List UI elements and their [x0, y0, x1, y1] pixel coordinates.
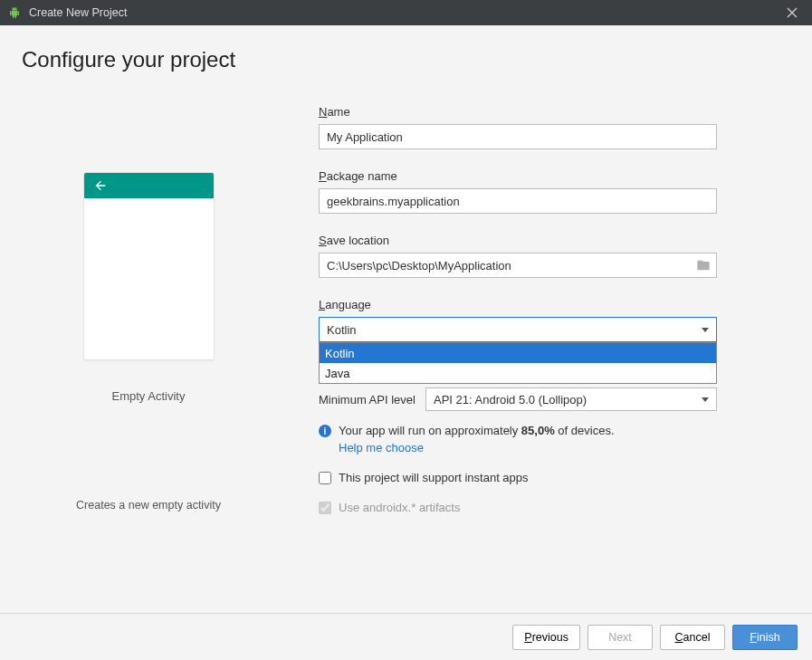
info-icon: i [319, 425, 331, 437]
instant-apps-checkbox[interactable] [319, 472, 331, 484]
save-location-label: Save location [319, 234, 790, 247]
next-button: Next [588, 625, 653, 650]
back-arrow-icon [93, 178, 108, 193]
name-block: Name [319, 105, 790, 149]
template-preview-card [83, 172, 215, 360]
chevron-down-icon [702, 397, 709, 402]
cancel-button[interactable]: Cancel [660, 625, 725, 650]
save-location-input[interactable] [319, 253, 717, 278]
name-input[interactable] [319, 124, 717, 149]
android-icon [7, 5, 22, 20]
androidx-row: Use androidx.* artifacts [319, 501, 790, 514]
language-option-java[interactable]: Java [320, 363, 716, 383]
package-block: Package name [319, 169, 790, 214]
preview-appbar [84, 173, 214, 198]
template-description: Creates a new empty activity [76, 499, 221, 512]
browse-folder-icon[interactable] [695, 258, 712, 273]
close-button[interactable] [779, 0, 805, 25]
language-option-kotlin[interactable]: Kotlin [320, 343, 716, 363]
help-me-choose-link[interactable]: Help me choose [339, 441, 424, 454]
min-api-label: Minimum API level [319, 393, 418, 407]
androidx-checkbox [319, 502, 331, 514]
instant-apps-label: This project will support instant apps [339, 471, 529, 484]
chevron-down-icon [702, 328, 709, 332]
device-coverage-text: Your app will run on approximately 85,0%… [339, 424, 615, 437]
name-label: Name [319, 105, 790, 119]
language-block: Language Kotlin Kotlin Java [319, 298, 790, 342]
package-label: Package name [319, 169, 790, 183]
min-api-value: API 21: Android 5.0 (Lollipop) [434, 393, 587, 407]
form-column: Name Package name Save location Language [319, 105, 790, 514]
device-coverage-info: i Your app will run on approximately 85,… [319, 424, 790, 437]
language-select[interactable]: Kotlin [319, 317, 717, 342]
save-location-block: Save location [319, 234, 790, 278]
min-api-row: Minimum API level API 21: Android 5.0 (L… [319, 387, 717, 411]
content-area: Configure your project Empty Activity Cr… [0, 25, 812, 613]
title-bar: Create New Project [0, 0, 812, 25]
previous-button[interactable]: Previous [512, 625, 580, 650]
package-input[interactable] [319, 188, 717, 214]
template-name: Empty Activity [112, 389, 186, 403]
window-title: Create New Project [29, 6, 779, 19]
wizard-footer: Previous Next Cancel Finish [0, 613, 812, 660]
androidx-label: Use androidx.* artifacts [339, 501, 460, 514]
language-label: Language [319, 298, 790, 311]
instant-apps-row: This project will support instant apps [319, 471, 790, 484]
template-preview-column: Empty Activity Creates a new empty activ… [22, 105, 275, 514]
finish-button[interactable]: Finish [732, 625, 798, 650]
language-dropdown-list: Kotlin Java [319, 342, 717, 384]
page-heading: Configure your project [22, 47, 790, 72]
language-selected-value: Kotlin [327, 323, 357, 337]
min-api-select[interactable]: API 21: Android 5.0 (Lollipop) [425, 387, 717, 411]
